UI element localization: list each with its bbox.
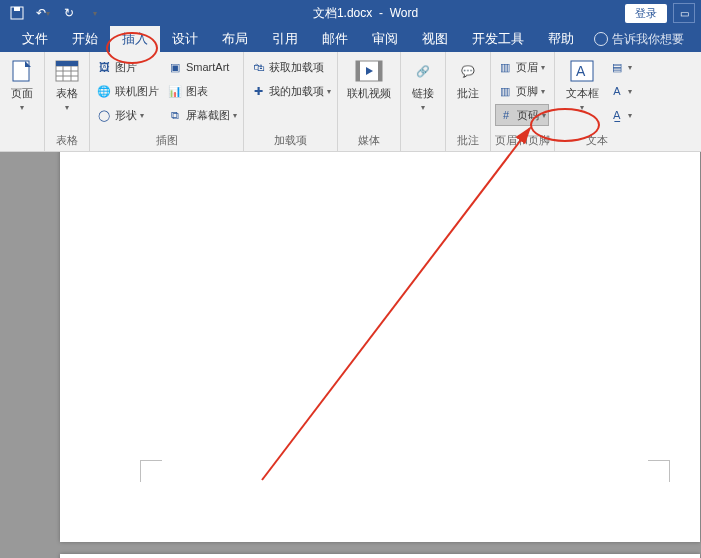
chevron-down-icon: ▾ bbox=[628, 63, 632, 72]
chart-button[interactable]: 📊图表 bbox=[165, 80, 239, 102]
label: 联机视频 bbox=[347, 86, 391, 101]
group-illustrations: 🖼图片 🌐联机图片 ◯形状 ▾ ▣SmartArt 📊图表 ⧉屏幕截图 ▾ 插图 bbox=[90, 52, 244, 151]
redo-icon[interactable]: ↻ bbox=[58, 3, 80, 23]
label: 页码 bbox=[517, 108, 539, 123]
svg-text:A: A bbox=[576, 63, 586, 79]
svg-rect-12 bbox=[378, 61, 382, 81]
quickparts-icon: ▤ bbox=[609, 59, 625, 75]
page-number-button[interactable]: #页码 ▾ bbox=[495, 104, 549, 126]
lightbulb-icon bbox=[594, 32, 608, 46]
tab-review[interactable]: 审阅 bbox=[360, 26, 410, 52]
tab-home[interactable]: 开始 bbox=[60, 26, 110, 52]
picture-icon: 🖼 bbox=[96, 59, 112, 75]
smartart-icon: ▣ bbox=[167, 59, 183, 75]
chevron-down-icon: ▾ bbox=[140, 111, 144, 120]
dropcap-icon: A̲ bbox=[609, 107, 625, 123]
quick-access-toolbar: ↶▾ ↻ ▾ bbox=[6, 3, 106, 23]
tell-me-label: 告诉我你想要 bbox=[612, 31, 684, 48]
group-label: 批注 bbox=[450, 131, 486, 151]
tab-references[interactable]: 引用 bbox=[260, 26, 310, 52]
online-video-button[interactable]: 联机视频 bbox=[342, 54, 396, 131]
ribbon-display-icon[interactable]: ▭ bbox=[673, 3, 695, 23]
textbox-icon: A bbox=[568, 58, 596, 84]
group-header-footer: ▥页眉 ▾ ▥页脚 ▾ #页码 ▾ 页眉和页脚 bbox=[491, 52, 555, 151]
undo-icon[interactable]: ↶▾ bbox=[32, 3, 54, 23]
group-comments: 💬 批注 批注 bbox=[446, 52, 491, 151]
header-icon: ▥ bbox=[497, 59, 513, 75]
comment-icon: 💬 bbox=[454, 58, 482, 84]
screenshot-button[interactable]: ⧉屏幕截图 ▾ bbox=[165, 104, 239, 126]
chart-icon: 📊 bbox=[167, 83, 183, 99]
text-misc-3[interactable]: A̲▾ bbox=[607, 104, 634, 126]
store-icon: 🛍 bbox=[250, 59, 266, 75]
group-text: A 文本框 ▾ ▤▾ A▾ A̲▾ 文本 bbox=[555, 52, 638, 151]
chevron-down-icon: ▾ bbox=[541, 63, 545, 72]
chevron-down-icon: ▾ bbox=[20, 103, 24, 112]
label: 屏幕截图 bbox=[186, 108, 230, 123]
tab-design[interactable]: 设计 bbox=[160, 26, 210, 52]
tab-view[interactable]: 视图 bbox=[410, 26, 460, 52]
save-icon[interactable] bbox=[6, 3, 28, 23]
tab-developer[interactable]: 开发工具 bbox=[460, 26, 536, 52]
footer-button[interactable]: ▥页脚 ▾ bbox=[495, 80, 549, 102]
document-name: 文档1.docx bbox=[313, 6, 372, 20]
my-addins-button[interactable]: ✚我的加载项 ▾ bbox=[248, 80, 333, 102]
online-pictures-button[interactable]: 🌐联机图片 bbox=[94, 80, 161, 102]
tab-mail[interactable]: 邮件 bbox=[310, 26, 360, 52]
addins-icon: ✚ bbox=[250, 83, 266, 99]
chevron-down-icon: ▾ bbox=[65, 103, 69, 112]
tab-layout[interactable]: 布局 bbox=[210, 26, 260, 52]
group-label: 页眉和页脚 bbox=[495, 131, 550, 151]
wordart-icon: A bbox=[609, 83, 625, 99]
text-misc-1[interactable]: ▤▾ bbox=[607, 56, 634, 78]
label: 联机图片 bbox=[115, 84, 159, 99]
group-links: 🔗 链接 ▾ bbox=[401, 52, 446, 151]
page-4: 第 四 页 bbox=[60, 554, 700, 558]
chevron-down-icon: ▾ bbox=[421, 103, 425, 112]
header-button[interactable]: ▥页眉 ▾ bbox=[495, 56, 549, 78]
pictures-button[interactable]: 🖼图片 bbox=[94, 56, 161, 78]
chevron-down-icon: ▾ bbox=[542, 111, 546, 120]
app-name: Word bbox=[390, 6, 418, 20]
label: 图表 bbox=[186, 84, 208, 99]
group-tables: 表格 ▾ 表格 bbox=[45, 52, 90, 151]
textbox-button[interactable]: A 文本框 ▾ bbox=[559, 54, 605, 131]
tell-me-search[interactable]: 告诉我你想要 bbox=[594, 26, 684, 52]
text-misc-2[interactable]: A▾ bbox=[607, 80, 634, 102]
shapes-button[interactable]: ◯形状 ▾ bbox=[94, 104, 161, 126]
comment-button[interactable]: 💬 批注 bbox=[450, 54, 486, 131]
cover-page-button[interactable]: 页面 ▾ bbox=[4, 54, 40, 134]
tab-help[interactable]: 帮助 bbox=[536, 26, 586, 52]
group-label: 加载项 bbox=[248, 131, 333, 151]
tab-file[interactable]: 文件 bbox=[10, 26, 60, 52]
label: SmartArt bbox=[186, 61, 229, 73]
document-area[interactable]: 第 四 页 bbox=[0, 152, 701, 558]
links-button[interactable]: 🔗 链接 ▾ bbox=[405, 54, 441, 134]
chevron-down-icon: ▾ bbox=[233, 111, 237, 120]
label: 图片 bbox=[115, 60, 137, 75]
group-label: 文本 bbox=[559, 131, 634, 151]
page-3 bbox=[60, 152, 700, 542]
login-button[interactable]: 登录 bbox=[625, 4, 667, 23]
get-addins-button[interactable]: 🛍获取加载项 bbox=[248, 56, 333, 78]
chevron-down-icon: ▾ bbox=[580, 103, 584, 112]
table-button[interactable]: 表格 ▾ bbox=[49, 54, 85, 131]
tab-insert[interactable]: 插入 bbox=[110, 26, 160, 52]
chevron-down-icon: ▾ bbox=[628, 111, 632, 120]
group-label bbox=[4, 134, 40, 151]
chevron-down-icon: ▾ bbox=[541, 87, 545, 96]
chevron-down-icon: ▾ bbox=[628, 87, 632, 96]
label: 页脚 bbox=[516, 84, 538, 99]
qat-customize-icon[interactable]: ▾ bbox=[84, 3, 106, 23]
window-title: 文档1.docx - Word bbox=[106, 5, 625, 22]
page-icon bbox=[8, 58, 36, 84]
svg-rect-1 bbox=[14, 7, 20, 11]
label: 形状 bbox=[115, 108, 137, 123]
group-label bbox=[405, 134, 441, 151]
label: 批注 bbox=[457, 86, 479, 101]
group-label: 表格 bbox=[49, 131, 85, 151]
label: 获取加载项 bbox=[269, 60, 324, 75]
smartart-button[interactable]: ▣SmartArt bbox=[165, 56, 239, 78]
footer-icon: ▥ bbox=[497, 83, 513, 99]
table-icon bbox=[53, 58, 81, 84]
